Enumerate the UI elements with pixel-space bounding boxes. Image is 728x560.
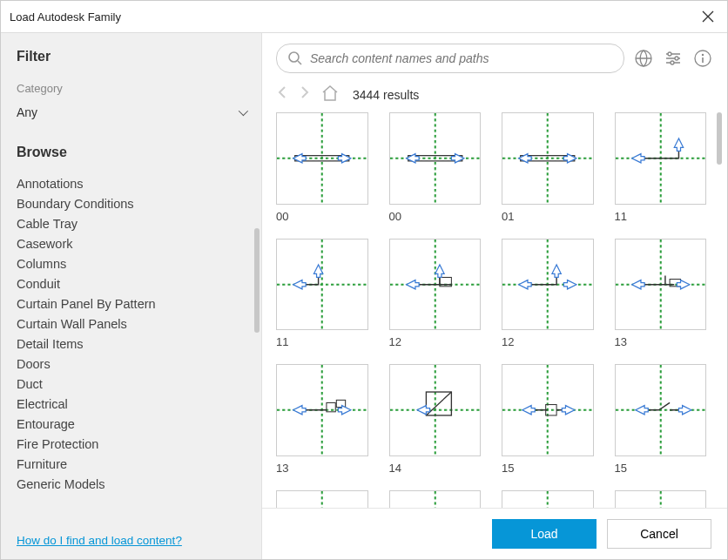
close-icon: [702, 10, 714, 23]
browse-item[interactable]: Fire Protection: [17, 435, 246, 455]
search-icon: [287, 51, 303, 66]
browse-item[interactable]: Cable Tray: [17, 214, 246, 234]
chevron-right-icon: [299, 85, 311, 99]
browse-item[interactable]: Duct: [17, 374, 246, 395]
grid-cell: [502, 490, 594, 509]
thumbnail[interactable]: [502, 239, 594, 331]
sliders-icon: [664, 49, 683, 68]
thumbnail-label: 00: [276, 210, 368, 223]
browse-item[interactable]: Generic Models: [17, 475, 246, 495]
thumbnail[interactable]: [502, 490, 594, 509]
thumbnail[interactable]: [615, 490, 707, 509]
thumbnail-label: 00: [389, 210, 482, 223]
svg-point-2: [668, 52, 671, 56]
search-box[interactable]: [276, 44, 624, 73]
browse-item[interactable]: Conduit: [17, 274, 246, 294]
thumbnail-label: 01: [502, 210, 594, 223]
browse-item[interactable]: Entourage: [17, 415, 246, 435]
grid-cell: [389, 490, 482, 509]
thumbnail-label: 11: [276, 335, 368, 348]
svg-point-0: [289, 52, 299, 62]
browse-item[interactable]: Curtain Wall Panels: [17, 314, 246, 334]
info-icon: [693, 49, 712, 68]
thumbnail[interactable]: [615, 364, 707, 456]
grid-cell: 11: [615, 112, 707, 223]
grid-cell: 13: [276, 364, 368, 475]
browse-item[interactable]: Detail Items: [17, 334, 246, 354]
svg-point-6: [702, 54, 704, 56]
thumbnail[interactable]: [276, 490, 368, 509]
chevron-down-icon: [239, 106, 248, 116]
nav-forward-button[interactable]: [299, 85, 311, 104]
thumbnail-label: 15: [502, 462, 594, 475]
filter-heading: Filter: [1, 44, 261, 70]
thumbnail[interactable]: [389, 364, 482, 456]
grid-scrollbar[interactable]: [717, 112, 722, 165]
globe-button[interactable]: [633, 48, 654, 69]
cancel-button[interactable]: Cancel: [607, 519, 711, 549]
home-icon: [321, 85, 339, 101]
browse-item[interactable]: Doors: [17, 354, 246, 374]
load-button[interactable]: Load: [492, 519, 597, 549]
grid-cell: 11: [276, 239, 368, 349]
nav-home-button[interactable]: [321, 85, 339, 104]
nav-back-button[interactable]: [276, 85, 288, 104]
browse-item[interactable]: Curtain Panel By Pattern: [17, 294, 246, 314]
globe-icon: [634, 49, 653, 68]
browse-item[interactable]: Furniture: [17, 455, 246, 475]
search-input[interactable]: [310, 51, 613, 65]
category-value: Any: [17, 105, 37, 119]
browse-item[interactable]: Columns: [17, 254, 246, 274]
grid-cell: 14: [389, 364, 482, 475]
thumbnail[interactable]: [276, 364, 368, 456]
chevron-left-icon: [276, 85, 288, 99]
thumbnail[interactable]: [615, 112, 707, 205]
thumbnail-label: 11: [615, 210, 707, 223]
browse-item[interactable]: Casework: [17, 234, 246, 254]
browse-item[interactable]: Lighting: [17, 495, 246, 496]
grid-cell: 00: [389, 112, 482, 223]
thumbnail[interactable]: [389, 239, 482, 331]
thumbnail[interactable]: [615, 239, 707, 331]
thumbnail[interactable]: [502, 112, 594, 205]
grid-cell: 01: [502, 112, 594, 223]
grid-cell: 15: [615, 364, 707, 475]
svg-point-4: [671, 61, 674, 64]
thumbnail-label: 12: [502, 335, 594, 348]
thumbnail[interactable]: [389, 112, 482, 205]
category-label: Category: [1, 70, 261, 98]
grid-cell: 13: [615, 239, 707, 349]
svg-point-3: [675, 57, 678, 60]
thumbnail-label: 13: [276, 462, 368, 475]
results-count: 3444 results: [353, 88, 419, 102]
list-settings-button[interactable]: [663, 48, 684, 69]
sidebar: Filter Category Any Browse AnnotationsBo…: [1, 33, 262, 559]
browse-list: AnnotationsBoundary ConditionsCable Tray…: [1, 174, 261, 496]
thumbnail[interactable]: [276, 112, 368, 205]
info-button[interactable]: [692, 48, 713, 69]
thumbnail-label: 13: [615, 335, 707, 348]
browse-item[interactable]: Annotations: [17, 174, 246, 194]
thumbnail[interactable]: [389, 490, 482, 509]
thumbnail[interactable]: [276, 239, 368, 331]
grid-cell: 15: [502, 364, 594, 475]
sidebar-scrollbar[interactable]: [254, 228, 260, 333]
browse-item[interactable]: Electrical: [17, 395, 246, 415]
thumbnail[interactable]: [502, 364, 594, 456]
grid-cell: 12: [502, 239, 594, 349]
grid-cell: [615, 490, 707, 509]
thumbnail-label: 15: [615, 462, 707, 475]
grid-cell: 12: [389, 239, 482, 349]
window-title: Load Autodesk Family: [10, 10, 121, 24]
browse-heading: Browse: [1, 139, 261, 165]
thumbnail-label: 12: [389, 335, 482, 348]
thumbnail-grid: 000001111112121313141515: [276, 112, 706, 508]
thumbnail-label: 14: [389, 462, 482, 475]
help-link[interactable]: How do I find and load content?: [17, 534, 182, 547]
grid-cell: 00: [276, 112, 368, 223]
close-button[interactable]: [698, 6, 718, 27]
grid-cell: [276, 490, 368, 509]
browse-item[interactable]: Boundary Conditions: [17, 194, 246, 214]
category-select[interactable]: Any: [17, 102, 246, 124]
